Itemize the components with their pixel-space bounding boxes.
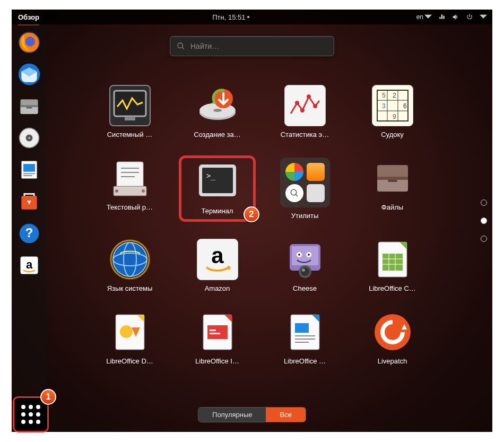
svg-point-46 bbox=[115, 189, 118, 193]
view-switcher: Популярные Все bbox=[198, 407, 306, 422]
startup-disk-icon bbox=[197, 85, 238, 126]
app-label: Текстовый р… bbox=[107, 203, 153, 211]
app-label: LibreOffice … bbox=[284, 357, 326, 365]
svg-rect-14 bbox=[23, 175, 32, 176]
app-label: Утилиты bbox=[291, 212, 319, 220]
disk-usage-mini-icon bbox=[285, 163, 303, 181]
svg-point-30 bbox=[313, 104, 317, 108]
svg-point-70 bbox=[301, 267, 309, 276]
svg-rect-21 bbox=[125, 117, 135, 120]
amazon-icon: a bbox=[197, 239, 238, 280]
language-icon bbox=[109, 239, 151, 280]
svg-rect-56 bbox=[388, 180, 397, 182]
sudoku-icon: 52369 bbox=[372, 85, 413, 126]
svg-rect-85 bbox=[207, 325, 228, 339]
dock-app-help[interactable]: ? bbox=[16, 221, 42, 246]
search-input[interactable]: Найти… bbox=[170, 36, 334, 56]
app-label: Amazon bbox=[205, 284, 230, 292]
page-dot[interactable] bbox=[481, 200, 487, 206]
libreoffice-writer-icon bbox=[284, 311, 326, 353]
app-cheese[interactable]: Cheese bbox=[266, 237, 343, 294]
app-power-statistics[interactable]: Статистика э… bbox=[266, 83, 343, 141]
app-label: LibreOffice I… bbox=[195, 357, 239, 365]
app-label: Создание за… bbox=[194, 131, 240, 138]
svg-rect-5 bbox=[21, 105, 38, 107]
svg-rect-87 bbox=[210, 333, 220, 334]
app-libreoffice-impress[interactable]: LibreOffice I… bbox=[179, 309, 256, 367]
top-bar: Обзор Птн, 15:51 en bbox=[12, 10, 492, 24]
svg-rect-6 bbox=[27, 107, 32, 109]
chevron-down-icon bbox=[480, 13, 487, 21]
svg-rect-13 bbox=[23, 173, 35, 174]
svg-rect-55 bbox=[377, 177, 408, 180]
svg-point-47 bbox=[142, 189, 145, 193]
svg-point-28 bbox=[300, 108, 305, 112]
app-grid: Системный … Создание за… Статистика э… 5… bbox=[91, 83, 431, 367]
app-sudoku[interactable]: 52369 Судоку bbox=[354, 83, 431, 141]
libreoffice-calc-icon bbox=[372, 239, 413, 280]
keyboard-layout-indicator[interactable]: en bbox=[416, 13, 432, 21]
svg-point-67 bbox=[298, 254, 300, 256]
language-label: en bbox=[416, 13, 423, 21]
app-startup-disk-creator[interactable]: Создание за… bbox=[179, 83, 256, 141]
dock-app-amazon[interactable]: a bbox=[16, 253, 42, 278]
page-indicator[interactable] bbox=[481, 200, 487, 242]
app-files[interactable]: Файлы bbox=[354, 155, 431, 222]
app-amazon[interactable]: a Amazon bbox=[179, 237, 256, 294]
dock-app-libreoffice-writer[interactable] bbox=[16, 157, 42, 183]
svg-point-94 bbox=[375, 314, 411, 350]
chevron-down-icon bbox=[424, 13, 432, 21]
svg-rect-74 bbox=[383, 254, 403, 271]
status-area[interactable]: en bbox=[416, 13, 487, 21]
svg-text:a: a bbox=[26, 258, 33, 271]
app-libreoffice-calc[interactable]: LibreOffice C… bbox=[354, 237, 431, 294]
clock-dot-icon bbox=[247, 16, 249, 18]
page-dot[interactable] bbox=[481, 236, 487, 242]
app-language-support[interactable]: Язык системы bbox=[91, 237, 168, 294]
app-text-editor[interactable]: Текстовый р… bbox=[91, 155, 168, 222]
app-folder-utilities[interactable]: Утилиты bbox=[266, 155, 343, 222]
libreoffice-impress-icon bbox=[197, 311, 238, 353]
desktop-activities-overview: Обзор Птн, 15:51 en bbox=[12, 10, 492, 432]
app-livepatch[interactable]: Livepatch bbox=[354, 309, 431, 367]
annotation-badge-1: 1 bbox=[40, 389, 56, 405]
search-icon bbox=[177, 42, 185, 50]
svg-text:3: 3 bbox=[382, 102, 386, 110]
dock-app-rhythmbox[interactable] bbox=[16, 125, 42, 151]
app-terminal[interactable]: >_ Терминал 2 bbox=[179, 155, 256, 222]
activities-button[interactable]: Обзор bbox=[12, 10, 46, 24]
app-libreoffice-writer[interactable]: LibreOffice … bbox=[266, 309, 343, 367]
svg-point-27 bbox=[295, 101, 299, 105]
livepatch-icon bbox=[372, 311, 413, 353]
svg-point-51 bbox=[291, 189, 297, 195]
app-label: Системный … bbox=[107, 131, 153, 138]
logs-mini-icon bbox=[285, 184, 303, 202]
svg-point-1 bbox=[25, 37, 35, 46]
page-dot[interactable] bbox=[481, 218, 487, 224]
svg-rect-45 bbox=[114, 186, 146, 196]
utilities-folder-icon bbox=[280, 158, 330, 207]
dock-app-thunderbird[interactable] bbox=[16, 62, 42, 87]
network-icon bbox=[438, 13, 446, 21]
clock[interactable]: Птн, 15:51 bbox=[212, 13, 249, 21]
dock-app-files[interactable] bbox=[16, 93, 42, 119]
libreoffice-draw-icon bbox=[109, 311, 151, 353]
svg-rect-90 bbox=[295, 323, 309, 333]
cheese-icon bbox=[284, 239, 326, 280]
apps-grid-icon bbox=[21, 405, 40, 424]
tab-all[interactable]: Все bbox=[266, 408, 306, 422]
app-label: Статистика э… bbox=[281, 131, 329, 138]
svg-line-52 bbox=[296, 194, 298, 196]
clock-label: Птн, 15:51 bbox=[212, 13, 245, 21]
volume-icon bbox=[452, 13, 459, 21]
svg-text:>_: >_ bbox=[206, 171, 215, 180]
tab-frequent[interactable]: Популярные bbox=[198, 408, 266, 422]
svg-point-24 bbox=[213, 109, 222, 112]
disks-mini-icon bbox=[307, 163, 325, 181]
dock-app-firefox[interactable] bbox=[16, 30, 42, 55]
app-libreoffice-draw[interactable]: LibreOffice D… bbox=[91, 309, 168, 367]
dock-app-ubuntu-software[interactable] bbox=[16, 189, 42, 214]
system-monitor-icon bbox=[109, 85, 151, 126]
svg-text:9: 9 bbox=[393, 113, 396, 120]
app-system-monitor[interactable]: Системный … bbox=[91, 83, 168, 141]
